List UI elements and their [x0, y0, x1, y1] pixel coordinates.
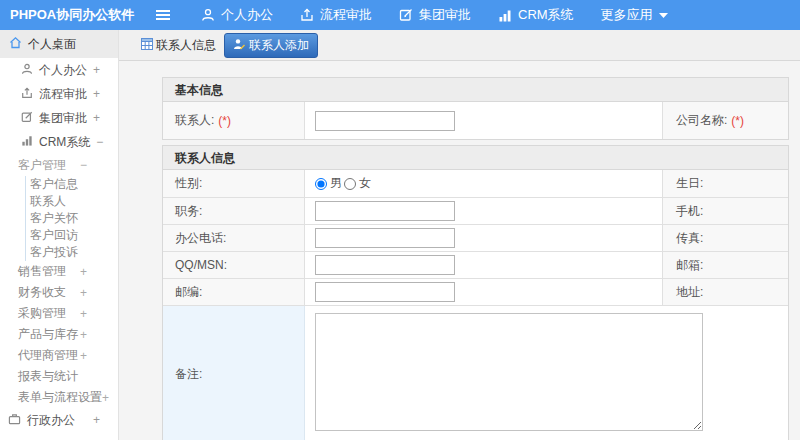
nav-more-apps[interactable]: 更多应用: [601, 6, 668, 24]
collapse-minus-icon[interactable]: −: [80, 158, 87, 172]
form-row-office-phone: 办公电话: 传真:: [163, 224, 788, 251]
sidebar-item-label: 采购管理: [18, 305, 66, 322]
sidebar-item-agent-management[interactable]: 代理商管理 +: [0, 345, 118, 366]
gender-label: 性别:: [163, 170, 305, 197]
content-area: 联系人信息 联系人添加 基本信息 联系人: (*): [119, 30, 800, 440]
sidebar-item-customer-care[interactable]: 客户关怀: [26, 210, 118, 227]
job-title-label: 职务:: [163, 198, 305, 224]
nav-workflow-approval[interactable]: 流程审批: [300, 6, 372, 24]
note-textarea[interactable]: [315, 313, 703, 431]
form-row-note: 备注:: [163, 305, 788, 440]
section-header-contact-info: 联系人信息: [163, 146, 788, 170]
sidebar-item-crm-system[interactable]: CRM系统 −: [0, 130, 118, 154]
sidebar-item-contacts[interactable]: 联系人: [26, 193, 118, 210]
expand-plus-icon[interactable]: +: [93, 87, 100, 101]
address-label: 地址:: [663, 279, 788, 305]
office-phone-input[interactable]: [315, 228, 455, 248]
sidebar-item-label: 个人办公: [39, 62, 87, 79]
required-mark: (*): [218, 114, 231, 128]
sidebar-item-customer-complaint[interactable]: 客户投诉: [26, 244, 118, 261]
expand-plus-icon[interactable]: +: [93, 63, 100, 77]
sidebar-item-sales-management[interactable]: 销售管理 +: [0, 261, 118, 282]
table-grid-icon: [141, 38, 153, 53]
qq-msn-field-cell: [305, 252, 663, 278]
sidebar-item-finance[interactable]: 财务收支 +: [0, 282, 118, 303]
tab-contact-info[interactable]: 联系人信息: [139, 34, 218, 57]
tab-label: 联系人添加: [249, 37, 309, 54]
office-phone-field-cell: [305, 225, 663, 251]
job-title-input[interactable]: [315, 201, 455, 221]
fax-label: 传真:: [663, 225, 788, 251]
expand-plus-icon[interactable]: +: [80, 265, 87, 279]
required-mark: (*): [731, 114, 744, 128]
nav-personal-office[interactable]: 个人办公: [201, 6, 273, 24]
sidebar-item-label: 行政办公: [27, 412, 75, 429]
expand-plus-icon[interactable]: +: [93, 413, 100, 427]
top-navigation: 个人办公 流程审批 集团审批 CRM系统 更多应用: [201, 6, 668, 24]
contact-name-input[interactable]: [315, 111, 455, 131]
sidebar-item-reports-statistics[interactable]: 报表与统计: [0, 366, 118, 387]
user-icon: [21, 63, 33, 78]
sidebar-item-products-inventory[interactable]: 产品与库存 +: [0, 324, 118, 345]
sidebar-item-workflow-approval[interactable]: 流程审批 +: [0, 82, 118, 106]
form-row-qq-msn: QQ/MSN: 邮箱:: [163, 251, 788, 278]
sidebar-item-label: 流程审批: [39, 86, 87, 103]
gender-male-radio[interactable]: [315, 178, 327, 190]
expand-plus-icon[interactable]: +: [93, 111, 100, 125]
sidebar-item-label: CRM系统: [39, 134, 90, 151]
nav-group-approval[interactable]: 集团审批: [399, 6, 471, 24]
sidebar-item-form-workflow-settings[interactable]: 表单与流程设置 +: [0, 387, 118, 408]
top-bar: PHPOA协同办公软件 个人办公 流程审批 集团审批 CRM系统: [0, 0, 800, 30]
gender-female-label: 女: [359, 175, 371, 192]
sidebar-item-label: 产品与库存: [18, 326, 78, 343]
gender-male-label: 男: [330, 175, 342, 192]
contact-info-panel: 联系人信息 性别: 男 女 生日: 职务:: [162, 145, 789, 440]
sidebar-item-customer-management[interactable]: 客户管理 −: [0, 154, 118, 176]
sidebar-item-group-approval[interactable]: 集团审批 +: [0, 106, 118, 130]
expand-plus-icon[interactable]: +: [102, 391, 109, 405]
collapse-minus-icon[interactable]: −: [96, 135, 103, 149]
sidebar-item-label: 表单与流程设置: [18, 389, 102, 406]
form-body: 基本信息 联系人: (*) 公司名称: (*) 联: [119, 61, 800, 440]
note-field-cell: [305, 306, 788, 440]
field-label: 联系人:: [175, 112, 214, 129]
mobile-label: 手机:: [663, 198, 788, 224]
postcode-field-cell: [305, 279, 663, 305]
edit-icon: [21, 111, 33, 126]
edit-icon: [399, 8, 413, 22]
sidebar-item-customer-info[interactable]: 客户信息: [26, 176, 118, 193]
postcode-input[interactable]: [315, 282, 455, 302]
expand-plus-icon[interactable]: +: [80, 286, 87, 300]
share-icon: [300, 8, 314, 22]
bar-chart-icon: [21, 135, 33, 149]
tab-contact-add[interactable]: 联系人添加: [224, 33, 318, 58]
nav-item-label: CRM系统: [518, 6, 574, 24]
form-row-postcode: 邮编: 地址:: [163, 278, 788, 305]
hamburger-menu-icon[interactable]: [155, 9, 171, 21]
sidebar-item-label: 集团审批: [39, 110, 87, 127]
office-phone-label: 办公电话:: [163, 225, 305, 251]
sidebar-item-label: 个人桌面: [28, 36, 76, 53]
expand-plus-icon[interactable]: +: [80, 307, 87, 321]
expand-plus-icon[interactable]: +: [80, 349, 87, 363]
briefcase-icon: [8, 413, 21, 428]
gender-female-radio[interactable]: [344, 178, 356, 190]
sidebar-item-administration[interactable]: 行政办公 +: [0, 408, 118, 432]
sidebar-item-purchasing[interactable]: 采购管理 +: [0, 303, 118, 324]
tab-bar: 联系人信息 联系人添加: [119, 30, 800, 61]
qq-msn-input[interactable]: [315, 255, 455, 275]
app-logo: PHPOA协同办公软件: [0, 6, 145, 24]
sidebar-item-personal-desktop[interactable]: 个人桌面: [0, 30, 118, 58]
nav-crm-system[interactable]: CRM系统: [498, 6, 574, 24]
contact-add-icon: [233, 38, 245, 53]
caret-down-icon: [659, 13, 668, 18]
nav-item-label: 集团审批: [419, 6, 471, 24]
contact-name-label: 联系人: (*): [163, 102, 305, 139]
sidebar-item-personal-office[interactable]: 个人办公 +: [0, 58, 118, 82]
sidebar-item-customer-revisit[interactable]: 客户回访: [26, 227, 118, 244]
postcode-label: 邮编:: [163, 279, 305, 305]
sidebar-item-label: 财务收支: [18, 284, 66, 301]
expand-plus-icon[interactable]: +: [80, 328, 87, 342]
qq-msn-label: QQ/MSN:: [163, 252, 305, 278]
user-icon: [201, 8, 215, 22]
